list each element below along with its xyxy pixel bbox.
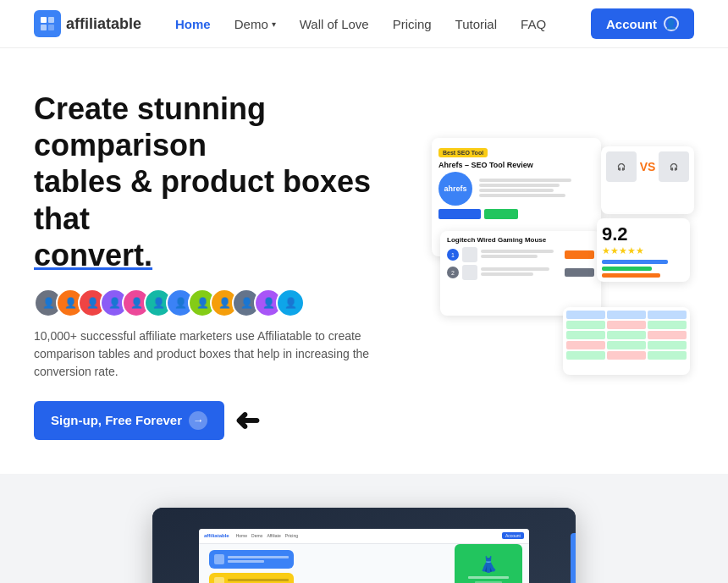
nav-link-wall-of-love[interactable]: Wall of Love xyxy=(300,17,369,31)
laptop-screen: affiliatable Home Demo Affiliate Pricing… xyxy=(199,529,529,583)
signup-button[interactable]: Sign-up, Free Forever → xyxy=(34,401,224,440)
avatars-row: 👤 👤 👤 👤 👤 👤 👤 👤 👤 👤 👤 👤 xyxy=(34,289,406,317)
logo-text: affiliatable xyxy=(66,15,141,33)
arrow-icon: → xyxy=(189,411,207,430)
svg-rect-1 xyxy=(48,17,54,23)
svg-rect-3 xyxy=(48,25,54,30)
hero-description: 10,000+ successful affiliate marketers u… xyxy=(34,327,406,381)
nav-link-tutorial[interactable]: Tutorial xyxy=(455,17,497,31)
svg-rect-2 xyxy=(41,25,47,30)
fc-blue xyxy=(209,550,294,569)
mini-account-btn: Account xyxy=(502,532,524,539)
screenshot-list: Logitech Wired Gaming Mouse 1 2 xyxy=(440,231,601,316)
arrow-pointer: ➜ xyxy=(234,405,260,436)
nav-links: Home Demo ▾ Wall of Love Pricing Tutoria… xyxy=(175,17,591,31)
nav-link-pricing[interactable]: Pricing xyxy=(393,17,432,31)
nav-link-faq[interactable]: FAQ xyxy=(521,17,546,31)
screenshot-vs: 🎧 VS 🎧 xyxy=(601,146,694,214)
hero-section: Create stunning comparison tables & prod… xyxy=(0,48,728,474)
mini-navbar: affiliatable Home Demo Affiliate Pricing… xyxy=(199,529,529,544)
fc-green-card: 👗 xyxy=(455,544,522,583)
fc-yellow xyxy=(209,573,294,583)
avatar: 👤 xyxy=(276,289,305,317)
chevron-down-icon: ▾ xyxy=(272,19,276,29)
video-container: affiliatable Home Demo Affiliate Pricing… xyxy=(152,508,576,583)
logo[interactable]: affiliatable xyxy=(34,10,141,37)
screenshot-rating: 9.2 ★★★★★ xyxy=(597,218,690,282)
video-section: affiliatable Home Demo Affiliate Pricing… xyxy=(0,474,728,583)
cta-wrap: Sign-up, Free Forever → ➜ xyxy=(34,401,406,440)
nav-link-demo[interactable]: Demo ▾ xyxy=(234,17,276,31)
user-icon: 👤 xyxy=(664,16,679,31)
logo-icon xyxy=(34,10,61,37)
hero-heading: Create stunning comparison tables & prod… xyxy=(34,91,406,273)
screenshot-table xyxy=(563,307,690,375)
mini-logo: affiliatable xyxy=(204,533,229,538)
navbar: affiliatable Home Demo ▾ Wall of Love Pr… xyxy=(0,0,728,48)
account-button[interactable]: Account 👤 xyxy=(591,8,694,39)
hero-screenshots: Best SEO Tool Ahrefs – SEO Tool Review a… xyxy=(432,138,694,392)
hero-left: Create stunning comparison tables & prod… xyxy=(34,91,406,440)
nav-link-home[interactable]: Home xyxy=(175,17,211,31)
blue-accent-rect xyxy=(571,533,576,583)
svg-rect-0 xyxy=(41,17,47,23)
laptop-mockup: affiliatable Home Demo Affiliate Pricing… xyxy=(152,508,576,583)
